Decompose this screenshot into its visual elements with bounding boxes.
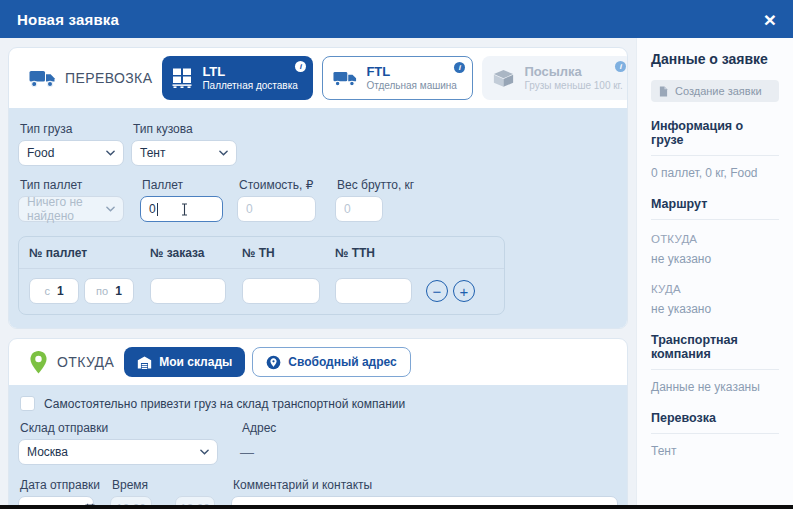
close-icon[interactable]: × <box>764 9 776 30</box>
cost-label: Стоимость, ₽ <box>239 178 316 192</box>
sidebar-title: Данные о заявке <box>651 51 779 67</box>
pallet-count-input[interactable]: 0 <box>140 196 223 222</box>
order-number-input[interactable] <box>150 278 226 304</box>
comment-label: Комментарий и контакты <box>233 478 618 492</box>
origin-panel: ОТКУДА Мои склады <box>8 338 628 509</box>
transport-value: Тент <box>651 444 779 458</box>
origin-address-tabs: Мои склады Свободный адрес <box>124 347 410 377</box>
tab-ltl-title: LTL <box>202 64 297 80</box>
pallet-icon <box>172 68 193 88</box>
address-label: Адрес <box>242 421 276 435</box>
transport-panel: ПЕРЕВОЗКА <box>8 47 628 329</box>
ship-date-label: Дата отправки <box>20 478 94 492</box>
transport-section-label: ПЕРЕВОЗКА <box>29 69 152 88</box>
cost-input[interactable] <box>237 196 316 222</box>
pallet-count-label: Паллет <box>142 178 223 192</box>
truck-icon <box>333 70 357 87</box>
main-form-column: ПЕРЕВОЗКА <box>0 38 636 505</box>
info-icon[interactable]: i <box>295 61 306 72</box>
chevron-down-icon <box>219 150 228 156</box>
pallet-type-select[interactable]: Ничего не найдено <box>18 196 124 222</box>
chevron-down-icon <box>200 449 209 455</box>
cargo-type-label: Тип груза <box>20 122 124 136</box>
col-order-number: № заказа <box>150 246 226 260</box>
col-tn-number: № ТН <box>242 246 320 260</box>
tab-ltl[interactable]: LTL Паллетная доставка i <box>162 56 313 100</box>
cargo-info-value: 0 паллет, 0 кг, Food <box>651 166 779 180</box>
ibeam-cursor-icon <box>181 203 188 216</box>
tab-ftl[interactable]: FTL Отдельная машина i <box>322 56 473 100</box>
time-label: Время <box>112 478 215 492</box>
body-type-select[interactable]: Тент <box>131 140 237 166</box>
warehouse-icon <box>137 356 152 369</box>
pallet-to-input[interactable]: по 1 <box>84 278 134 304</box>
window-bottom-edge <box>0 505 793 509</box>
add-row-button[interactable]: + <box>453 280 475 302</box>
warehouse-label: Склад отправки <box>20 421 218 435</box>
request-summary-sidebar: Данные о заявке Создание заявки Информац… <box>636 38 793 505</box>
tab-parcel-title: Посылка <box>524 64 622 80</box>
carrier-value: Данные не указаны <box>651 380 779 394</box>
page-title: Новая заявка <box>17 11 119 28</box>
warehouse-select[interactable]: Москва <box>18 439 218 465</box>
tab-free-address[interactable]: Свободный адрес <box>252 347 410 377</box>
new-request-modal: Новая заявка × <box>0 0 793 509</box>
pallet-type-label: Тип паллет <box>20 178 124 192</box>
info-icon[interactable]: i <box>615 61 626 72</box>
cargo-info-heading: Информация о грузе <box>651 119 779 156</box>
tn-number-input[interactable] <box>242 278 320 304</box>
tab-ftl-subtitle: Отдельная машина <box>366 80 457 93</box>
info-icon[interactable]: i <box>454 62 465 73</box>
location-pin-icon <box>29 350 48 375</box>
transport-form-area: Тип груза Food Тип кузова Тент <box>9 108 627 328</box>
route-from-value: не указано <box>651 252 779 266</box>
cargo-type-select[interactable]: Food <box>18 140 124 166</box>
tab-ftl-title: FTL <box>366 64 457 80</box>
truck-icon <box>29 69 56 88</box>
route-from-label: ОТКУДА <box>651 233 779 245</box>
route-to-label: КУДА <box>651 283 779 295</box>
box-icon <box>492 69 515 88</box>
body-type-label: Тип кузова <box>133 122 237 136</box>
route-to-value: не указано <box>651 302 779 316</box>
document-icon <box>659 86 668 97</box>
col-ttn-number: № ТТН <box>335 246 412 260</box>
gross-weight-label: Вес брутто, кг <box>337 178 383 192</box>
self-delivery-label: Самостоятельно привезти груз на склад тр… <box>44 397 405 411</box>
tab-my-warehouses[interactable]: Мои склады <box>124 347 245 377</box>
address-value: — <box>240 444 276 460</box>
col-pallet-number: № паллет <box>29 246 134 260</box>
pin-circle-icon <box>266 355 281 370</box>
self-delivery-checkbox[interactable] <box>20 396 35 411</box>
tab-parcel-subtitle: Грузы меньше 100 кг. <box>524 80 622 93</box>
modal-header: Новая заявка × <box>0 0 793 38</box>
pallet-numbers-group: № паллет № заказа № ТН № ТТН с 1 <box>18 236 505 315</box>
tab-parcel[interactable]: Посылка Грузы меньше 100 кг. i <box>482 56 628 100</box>
status-chip[interactable]: Создание заявки <box>651 80 779 102</box>
transport-heading: Перевозка <box>651 411 779 434</box>
chevron-down-icon <box>106 206 115 212</box>
tab-ltl-subtitle: Паллетная доставка <box>202 80 297 93</box>
pallet-numbers-row: с 1 по 1 − <box>19 269 504 314</box>
text-caret <box>157 203 158 216</box>
pallet-from-input[interactable]: с 1 <box>29 278 79 304</box>
ttn-number-input[interactable] <box>335 278 412 304</box>
route-heading: Маршрут <box>651 197 779 220</box>
carrier-heading: Транспортная компания <box>651 333 779 370</box>
origin-form-area: Самостоятельно привезти груз на склад тр… <box>9 385 627 509</box>
gross-weight-input[interactable] <box>335 196 383 222</box>
chevron-down-icon <box>106 150 115 156</box>
origin-section-label: ОТКУДА <box>29 350 114 375</box>
remove-row-button[interactable]: − <box>426 280 448 302</box>
delivery-mode-tabs: LTL Паллетная доставка i <box>162 56 628 100</box>
